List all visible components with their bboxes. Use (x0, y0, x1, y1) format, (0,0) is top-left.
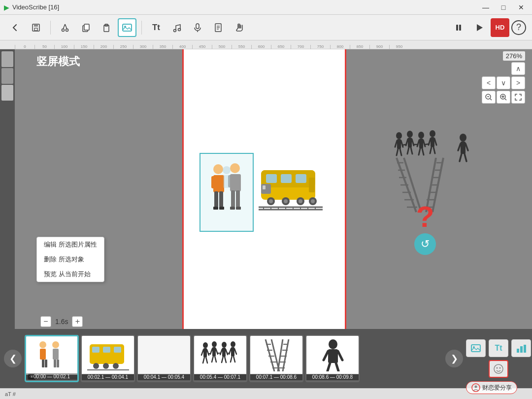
toolbar: Tt HD ? (0, 15, 532, 40)
svg-line-189 (338, 351, 342, 360)
thumb-canvas-4 (194, 336, 246, 374)
ruler-mark: 800 (330, 45, 350, 49)
svg-point-145 (203, 342, 208, 348)
svg-point-141 (93, 363, 99, 369)
zoom-fit-button[interactable] (511, 91, 525, 104)
tl-image-button[interactable] (466, 339, 486, 357)
zoom-right-button[interactable]: > (511, 76, 525, 89)
time-minus-button[interactable]: − (40, 316, 51, 327)
svg-point-151 (212, 341, 217, 347)
timeline-next-button[interactable]: ❯ (445, 350, 463, 367)
svg-rect-139 (103, 347, 110, 353)
svg-point-198 (497, 367, 498, 369)
svg-line-72 (397, 149, 398, 155)
svg-line-78 (407, 147, 409, 154)
thumb-canvas-1 (26, 336, 77, 375)
svg-line-6 (65, 24, 67, 29)
close-button[interactable]: ✕ (514, 2, 528, 12)
ruler-mark: 350 (153, 45, 172, 49)
sidebar-thumb[interactable] (1, 68, 13, 84)
save-button[interactable] (27, 18, 45, 37)
ctx-edit-item[interactable]: 编辑 所选图片属性 (37, 237, 104, 252)
zoom-out-button[interactable] (482, 91, 496, 104)
zoom-down-button[interactable]: ∨ (497, 76, 510, 89)
ruler-mark: 500 (212, 45, 232, 49)
svg-line-161 (222, 357, 223, 363)
maximize-button[interactable]: □ (497, 2, 510, 12)
hd-button[interactable]: HD (491, 18, 509, 37)
svg-rect-38 (230, 207, 235, 210)
timeline-thumb-6[interactable]: 00:08.6 — 00:09.8 (305, 335, 360, 382)
zoom-in-button[interactable] (497, 91, 510, 104)
timeline-prev-button[interactable]: ❮ (4, 350, 22, 367)
image-button[interactable] (118, 18, 136, 37)
pause-button[interactable] (449, 18, 468, 37)
minimize-button[interactable]: — (479, 2, 493, 12)
tl-text-button[interactable]: Tt (489, 339, 508, 357)
svg-point-68 (396, 132, 402, 139)
app-title: VideoScribe [16] (12, 3, 59, 11)
time-bar: − 1.6s + (36, 314, 87, 329)
tl-emoji-button[interactable] (489, 360, 508, 378)
paste-button[interactable] (97, 18, 116, 37)
titlebar-controls[interactable]: — □ ✕ (479, 2, 528, 12)
svg-line-165 (229, 349, 231, 354)
svg-line-91 (433, 147, 435, 153)
canvas-area[interactable]: 竖屏模式 (15, 49, 532, 329)
svg-rect-192 (471, 345, 480, 352)
timeline-thumb-2[interactable]: 00:02.1 — 00:04.1 (81, 335, 135, 382)
ctx-delete-item[interactable]: 删除 所选对象 (37, 252, 104, 267)
svg-line-77 (412, 139, 414, 145)
svg-rect-2 (34, 28, 37, 31)
hand-button[interactable] (230, 18, 248, 37)
tl-chart-button[interactable] (511, 339, 531, 357)
svg-point-3 (62, 29, 65, 31)
svg-point-186 (329, 339, 337, 349)
svg-rect-132 (45, 360, 47, 367)
document-button[interactable] (209, 18, 228, 37)
sidebar-thumb[interactable] (1, 85, 13, 101)
ruler-mark: 150 (74, 45, 94, 49)
music-button[interactable] (167, 18, 186, 37)
thumb-time-6: 00:08.6 — 00:09.8 (306, 374, 359, 380)
cut-button[interactable] (56, 18, 74, 37)
thumb-time-4: 00:05.4 — 00:07.1 (194, 374, 246, 380)
svg-rect-1 (34, 24, 38, 27)
time-plus-button[interactable]: + (72, 316, 83, 327)
svg-line-168 (233, 356, 235, 362)
svg-line-97 (458, 144, 461, 150)
play-button[interactable] (470, 18, 489, 37)
svg-point-24 (213, 164, 223, 174)
svg-point-40 (223, 166, 231, 174)
ruler-mark: 450 (192, 45, 212, 49)
timeline-thumb-4[interactable]: 00:05.4 — 00:07.1 (193, 335, 247, 382)
svg-line-84 (419, 148, 420, 155)
scene-right-group: ? ↺ (384, 128, 483, 256)
zoom-left-button[interactable]: < (482, 76, 496, 89)
copy-from-button[interactable] (76, 18, 95, 37)
zoom-percent: 276% (503, 51, 525, 61)
back-button[interactable] (6, 18, 25, 37)
separator-2 (141, 21, 142, 35)
svg-line-90 (430, 147, 432, 153)
app-icon: ▶ (4, 3, 9, 11)
mic-button[interactable] (188, 18, 207, 37)
ruler-mark: 900 (369, 45, 389, 49)
ruler-mark: 300 (133, 45, 153, 49)
svg-rect-187 (328, 349, 338, 363)
svg-rect-31 (219, 207, 224, 210)
zoom-up-button[interactable]: ∧ (511, 62, 525, 75)
sidebar-thumb[interactable] (1, 51, 13, 67)
timeline-thumb-3[interactable]: 00:04.1 — 00:05.4 (137, 335, 191, 382)
ctx-preview-item[interactable]: 预览 从当前开始 (37, 267, 104, 282)
svg-line-190 (328, 363, 330, 371)
text-button[interactable]: Tt (147, 18, 166, 37)
context-menu: 编辑 所选图片属性 删除 所选对象 预览 从当前开始 (36, 237, 104, 282)
ruler-mark: 0 (15, 45, 34, 49)
svg-line-150 (206, 357, 207, 363)
help-button[interactable]: ? (511, 20, 526, 35)
timeline-thumb-1[interactable]: 👁 00:00 — 00:02.1 (25, 335, 79, 382)
scene-people[interactable] (200, 153, 254, 232)
thumb-time-2: 00:02.1 — 00:04.1 (82, 374, 134, 380)
timeline-thumb-5[interactable]: 00:07.1 — 00:08.6 (249, 335, 303, 382)
